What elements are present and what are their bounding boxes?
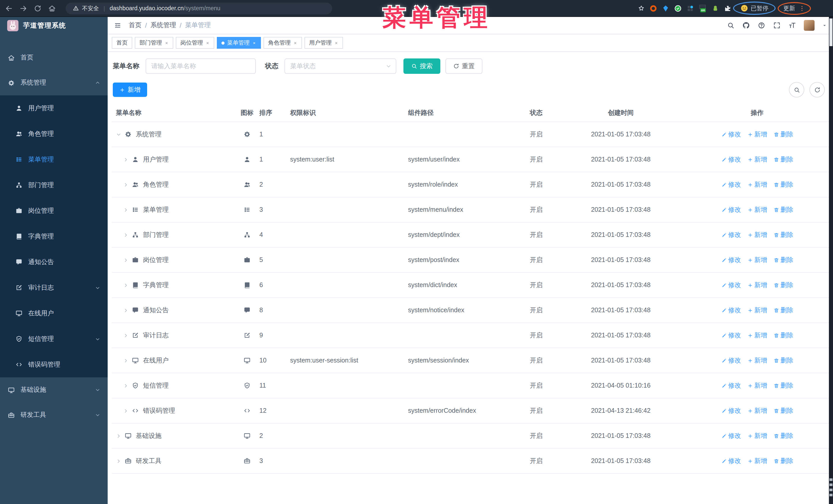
- refresh-table-button[interactable]: [809, 82, 825, 97]
- fullscreen-icon[interactable]: [773, 22, 781, 29]
- orange-ring-icon[interactable]: [649, 4, 657, 12]
- row-action-删除[interactable]: 删除: [773, 356, 793, 365]
- show-search-button[interactable]: [789, 82, 804, 97]
- sidebar-item-通知公告[interactable]: 通知公告: [0, 249, 108, 275]
- browser-update-button[interactable]: 更新: [780, 3, 808, 13]
- row-action-删除[interactable]: 删除: [773, 256, 793, 264]
- tab-首页[interactable]: 首页: [112, 37, 132, 49]
- add-button[interactable]: 新增: [113, 82, 147, 97]
- address-bar[interactable]: 不安全 | dashboard.yudao.iocoder.cn/system/…: [66, 2, 332, 14]
- row-action-删除[interactable]: 删除: [773, 331, 793, 340]
- row-action-新增[interactable]: 新增: [747, 130, 767, 139]
- github-icon[interactable]: [742, 22, 750, 29]
- reset-button[interactable]: 重置: [446, 58, 482, 74]
- row-action-删除[interactable]: 删除: [773, 180, 793, 189]
- scrollbar-thumb[interactable]: [829, 19, 832, 46]
- row-action-新增[interactable]: 新增: [747, 381, 767, 390]
- row-action-新增[interactable]: 新增: [747, 155, 767, 164]
- row-action-新增[interactable]: 新增: [747, 180, 767, 189]
- sidebar-item-用户管理[interactable]: 用户管理: [0, 95, 108, 121]
- sidebar-item-在线用户[interactable]: 在线用户: [0, 301, 108, 326]
- row-action-新增[interactable]: 新增: [747, 306, 767, 315]
- status-select[interactable]: 菜单状态: [285, 58, 396, 74]
- row-action-新增[interactable]: 新增: [747, 256, 767, 264]
- row-action-修改[interactable]: 修改: [721, 356, 741, 365]
- row-action-删除[interactable]: 删除: [773, 306, 793, 315]
- breadcrumb-system[interactable]: 系统管理: [150, 21, 176, 30]
- caret-collapsed-icon[interactable]: [123, 207, 129, 213]
- row-action-修改[interactable]: 修改: [721, 406, 741, 415]
- search-button[interactable]: 搜索: [403, 58, 441, 74]
- puzzle-icon[interactable]: [723, 4, 731, 12]
- tab-菜单管理[interactable]: 菜单管理: [217, 37, 261, 49]
- caret-collapsed-icon[interactable]: [123, 358, 129, 363]
- row-action-修改[interactable]: 修改: [721, 381, 741, 390]
- tab-岗位管理[interactable]: 岗位管理: [176, 37, 214, 49]
- row-action-新增[interactable]: 新增: [747, 231, 767, 239]
- row-action-新增[interactable]: 新增: [747, 406, 767, 415]
- row-action-修改[interactable]: 修改: [721, 180, 741, 189]
- sidebar-item-部门管理[interactable]: 部门管理: [0, 172, 108, 198]
- row-action-删除[interactable]: 删除: [773, 155, 793, 164]
- sidebar-item-字典管理[interactable]: 字典管理: [0, 223, 108, 249]
- row-action-新增[interactable]: 新增: [747, 281, 767, 289]
- blue-gem-icon[interactable]: [662, 4, 669, 12]
- row-action-删除[interactable]: 删除: [773, 431, 793, 440]
- caret-collapsed-icon[interactable]: [123, 307, 129, 313]
- sidebar-item-岗位管理[interactable]: 岗位管理: [0, 198, 108, 223]
- sidebar-item-基础设施[interactable]: 基础设施: [0, 377, 108, 403]
- row-action-删除[interactable]: 删除: [773, 457, 793, 465]
- bookmark-star-icon[interactable]: [638, 5, 645, 12]
- sidebar-item-审计日志[interactable]: 审计日志: [0, 275, 108, 301]
- sidebar-item-研发工具[interactable]: 研发工具: [0, 403, 108, 428]
- row-action-修改[interactable]: 修改: [721, 457, 741, 465]
- forward-icon[interactable]: [20, 4, 27, 12]
- row-action-修改[interactable]: 修改: [721, 256, 741, 264]
- row-action-修改[interactable]: 修改: [721, 331, 741, 340]
- caret-collapsed-icon[interactable]: [123, 157, 129, 162]
- tab-用户管理[interactable]: 用户管理: [305, 37, 343, 49]
- row-action-新增[interactable]: 新增: [747, 431, 767, 440]
- back-icon[interactable]: [5, 4, 13, 12]
- caret-collapsed-icon[interactable]: [123, 257, 129, 263]
- caret-collapsed-icon[interactable]: [123, 232, 129, 238]
- menu-name-input[interactable]: [146, 58, 256, 74]
- reload-icon[interactable]: [34, 4, 42, 12]
- row-action-修改[interactable]: 修改: [721, 155, 741, 164]
- breadcrumb-home[interactable]: 首页: [129, 21, 142, 30]
- caret-collapsed-icon[interactable]: [123, 333, 129, 338]
- row-action-新增[interactable]: 新增: [747, 457, 767, 465]
- search-icon[interactable]: [727, 22, 735, 29]
- row-action-删除[interactable]: 删除: [773, 281, 793, 289]
- on-badge-icon[interactable]: on: [698, 4, 707, 12]
- row-action-新增[interactable]: 新增: [747, 331, 767, 340]
- help-icon[interactable]: [758, 22, 765, 29]
- tab-部门管理[interactable]: 部门管理: [135, 37, 173, 49]
- caret-collapsed-icon[interactable]: [123, 383, 129, 388]
- browser-menu-icon[interactable]: [799, 5, 805, 11]
- row-action-修改[interactable]: 修改: [721, 130, 741, 139]
- row-action-修改[interactable]: 修改: [721, 231, 741, 239]
- profile-chip[interactable]: 已暂停: [736, 3, 772, 13]
- grid-blue-dot-icon[interactable]: [686, 4, 694, 12]
- green-android-icon[interactable]: [711, 4, 719, 12]
- caret-collapsed-icon[interactable]: [116, 433, 121, 439]
- sidebar-item-错误码管理[interactable]: 错误码管理: [0, 352, 108, 377]
- caret-collapsed-icon[interactable]: [123, 282, 129, 288]
- hamburger-icon[interactable]: [114, 22, 121, 29]
- row-action-修改[interactable]: 修改: [721, 306, 741, 315]
- row-action-修改[interactable]: 修改: [721, 205, 741, 214]
- font-size-icon[interactable]: [788, 22, 796, 29]
- row-action-删除[interactable]: 删除: [773, 205, 793, 214]
- green-check-icon[interactable]: [674, 4, 682, 12]
- sidebar-item-角色管理[interactable]: 角色管理: [0, 121, 108, 147]
- scrollbar[interactable]: [829, 17, 833, 504]
- row-action-修改[interactable]: 修改: [721, 281, 741, 289]
- sidebar-item-首页[interactable]: 首页: [0, 45, 108, 70]
- caret-collapsed-icon[interactable]: [123, 182, 129, 187]
- row-action-新增[interactable]: 新增: [747, 356, 767, 365]
- sidebar-item-菜单管理[interactable]: 菜单管理: [0, 147, 108, 172]
- sidebar-item-系统管理[interactable]: 系统管理: [0, 70, 108, 95]
- row-action-删除[interactable]: 删除: [773, 381, 793, 390]
- row-action-删除[interactable]: 删除: [773, 130, 793, 139]
